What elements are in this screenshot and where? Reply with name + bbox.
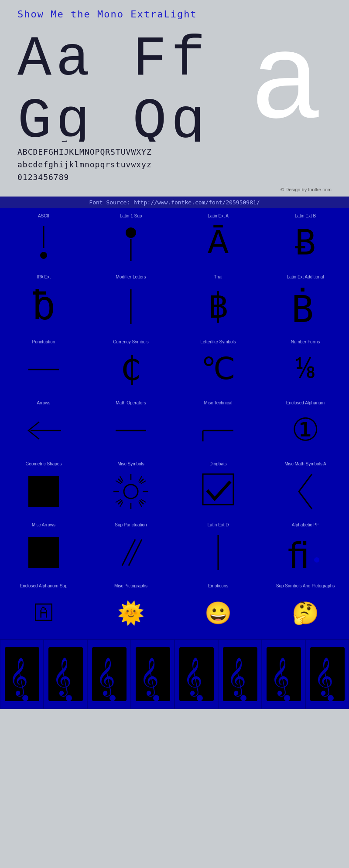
- unicode-glyph-miscsymbols: [111, 469, 151, 514]
- unicode-cell-miscsymbols: Misc Symbols: [87, 456, 174, 517]
- unicode-glyph-misctech: [201, 408, 236, 453]
- svg-line-31: [122, 539, 135, 566]
- unicode-label-supsymbols: Sup Symbols And Pictographs: [276, 583, 335, 589]
- unicode-cell-latinextb: Latin Ext B Ƀ: [262, 208, 349, 269]
- unicode-glyph-numberforms: ⅛: [296, 347, 315, 392]
- unicode-label-enclosedalpha: Enclosed Alphanum: [286, 400, 325, 406]
- unicode-cell-geoshapes: Geometric Shapes: [0, 456, 87, 517]
- unicode-glyph-enclosedsup: 🄰: [35, 591, 52, 636]
- unicode-cell-enclosedalpha: Enclosed Alphanum ①: [262, 395, 349, 456]
- unicode-label-thai: Thai: [214, 275, 222, 280]
- unicode-cell-latinexta: Latin Ext A Ā: [174, 208, 262, 269]
- unicode-label-geoshapes: Geometric Shapes: [26, 461, 62, 467]
- digits: 0123456789: [17, 171, 332, 184]
- svg-point-41: [66, 695, 72, 701]
- unicode-glyph-thai: ฿: [208, 282, 229, 331]
- svg-rect-29: [203, 474, 233, 505]
- unicode-glyph-ipaext: ƀ: [32, 282, 55, 331]
- unicode-cell-misctech: Misc Technical: [174, 395, 262, 456]
- glyph-background: a: [250, 28, 323, 142]
- unicode-glyph-latinextd: [212, 530, 225, 575]
- unicode-cell-currency: Currency Symbols ₵: [87, 334, 174, 395]
- unicode-glyph-enclosedalpha: ①: [291, 408, 320, 453]
- svg-text:Ḃ: Ḃ: [291, 288, 314, 326]
- note-cell-8: 𝄞: [305, 639, 349, 709]
- unicode-glyph-suppunct: [111, 530, 151, 575]
- unicode-glyph-miscarrows: [26, 530, 61, 575]
- unicode-cell-thai: Thai ฿: [174, 269, 262, 334]
- unicode-grid: ASCII Latin 1 Sup Latin Ext A Ā Latin Ex…: [0, 208, 349, 639]
- svg-point-59: [328, 695, 334, 701]
- unicode-cell-punctuation: Punctuation: [0, 334, 87, 395]
- unicode-glyph-currency: ₵: [121, 347, 140, 392]
- alphabet-upper: ABCDEFGHIJKLMNOPQRSTUVWXYZ: [17, 146, 332, 159]
- svg-point-44: [109, 695, 116, 701]
- svg-point-56: [284, 695, 290, 701]
- unicode-cell-arrows: Arrows: [0, 395, 87, 456]
- unicode-glyph-punctuation: [26, 347, 61, 392]
- unicode-label-miscmatha: Misc Math Symbols A: [284, 461, 326, 467]
- unicode-label-ascii: ASCII: [38, 214, 49, 219]
- unicode-cell-dingbats: Dingbats: [174, 456, 262, 517]
- unicode-cell-numberforms: Number Forms ⅛: [262, 334, 349, 395]
- unicode-cell-mathops: Math Operators: [87, 395, 174, 456]
- svg-text:𝄞: 𝄞: [270, 657, 290, 697]
- unicode-cell-suppunct: Sup Punctuation: [87, 517, 174, 578]
- unicode-glyph-latinexta: Ā: [208, 221, 229, 266]
- unicode-label-miscsymbols: Misc Symbols: [117, 461, 144, 467]
- unicode-glyph-ascii: [31, 221, 57, 266]
- unicode-cell-latin1sup: Latin 1 Sup: [87, 208, 174, 269]
- unicode-glyph-latin1sup: [118, 221, 144, 266]
- unicode-label-dingbats: Dingbats: [209, 461, 226, 467]
- unicode-glyph-mathops: [113, 408, 148, 453]
- unicode-glyph-letterlike: ℃: [201, 347, 236, 392]
- svg-line-32: [129, 539, 142, 566]
- unicode-label-miscpicto: Misc Pictographs: [114, 583, 147, 589]
- unicode-glyph-emoticons: 😀: [205, 591, 232, 636]
- unicode-cell-letterlike: Letterlike Symbols ℃: [174, 334, 262, 395]
- unicode-cell-ascii: ASCII: [0, 208, 87, 269]
- unicode-label-letterlike: Letterlike Symbols: [200, 339, 236, 345]
- unicode-label-latinexta: Latin Ext A: [208, 214, 229, 219]
- unicode-cell-supsymbols: Sup Symbols And Pictographs 🤔: [262, 578, 349, 639]
- font-title: Show Me the Mono ExtraLight: [17, 9, 332, 20]
- svg-point-35: [314, 557, 319, 563]
- unicode-cell-ipaext: IPA Ext ƀ: [0, 269, 87, 334]
- unicode-label-numberforms: Number Forms: [291, 339, 320, 345]
- note-cell-5: 𝄞: [174, 639, 218, 709]
- unicode-cell-miscmatha: Misc Math Symbols A: [262, 456, 349, 517]
- svg-text:𝄞: 𝄞: [96, 657, 115, 697]
- svg-text:𝄞: 𝄞: [227, 657, 246, 697]
- unicode-cell-latinextd: Latin Ext D: [174, 517, 262, 578]
- svg-text:𝄞: 𝄞: [9, 657, 28, 697]
- unicode-glyph-miscpicto: 🌞: [117, 591, 144, 636]
- note-cell-4: 𝄞: [131, 639, 174, 709]
- svg-text:𝄞: 𝄞: [52, 657, 72, 697]
- svg-rect-11: [28, 476, 59, 507]
- unicode-glyph-arrows: [24, 408, 63, 453]
- svg-text:ﬁ: ﬁ: [288, 536, 309, 572]
- note-cell-1: 𝄞: [0, 639, 44, 709]
- unicode-cell-miscarrows: Misc Arrows: [0, 517, 87, 578]
- unicode-glyph-geoshapes: [26, 469, 61, 514]
- alphabet-lower: abcdefghijklmnopqrstuvwxyz: [17, 159, 332, 171]
- unicode-label-latinextb: Latin Ext B: [295, 214, 316, 219]
- note-cell-3: 𝄞: [87, 639, 131, 709]
- svg-point-50: [197, 695, 203, 701]
- unicode-label-arrows: Arrows: [37, 400, 50, 406]
- glyphs-display: a Aa Ff Gg Qq: [17, 28, 332, 142]
- unicode-glyph-latinextadd: Ḃ: [289, 282, 322, 331]
- unicode-label-enclosedsup: Enclosed Alphanum Sup: [20, 583, 68, 589]
- unicode-glyph-alphabeticpf: ﬁ: [287, 530, 324, 575]
- svg-point-53: [240, 695, 246, 701]
- svg-text:𝄞: 𝄞: [314, 657, 333, 697]
- unicode-label-miscarrows: Misc Arrows: [32, 522, 55, 528]
- bottom-notes-row: 𝄞 𝄞 𝄞 𝄞 𝄞 𝄞: [0, 639, 349, 709]
- font-source: Font Source: http://www.fontke.com/font/…: [0, 197, 349, 208]
- unicode-label-emoticons: Emoticons: [208, 583, 229, 589]
- unicode-label-latinextadd: Latin Ext Additional: [287, 275, 324, 280]
- unicode-label-punctuation: Punctuation: [32, 339, 55, 345]
- copyright: © Design by fontke.com: [17, 187, 332, 192]
- svg-point-1: [40, 252, 47, 259]
- unicode-label-modletters: Modifier Letters: [116, 275, 146, 280]
